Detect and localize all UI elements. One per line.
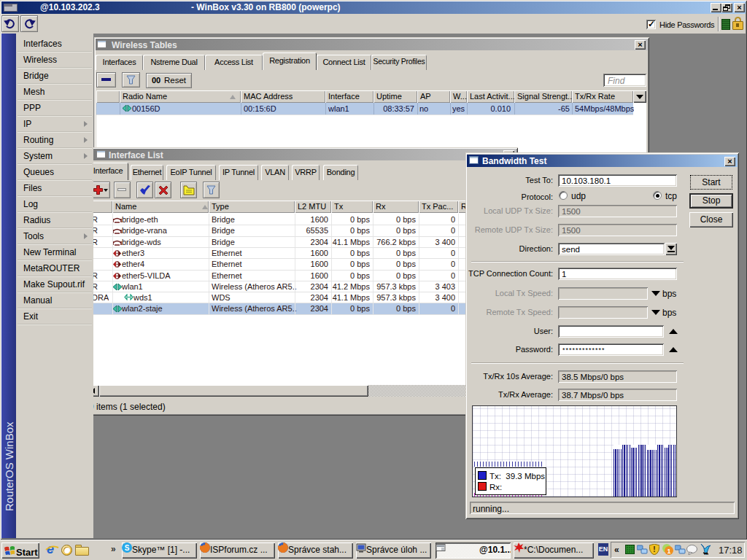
svg-text:!: ! <box>653 545 655 553</box>
svg-text:1: 1 <box>667 548 670 555</box>
svg-text:S: S <box>125 544 130 552</box>
